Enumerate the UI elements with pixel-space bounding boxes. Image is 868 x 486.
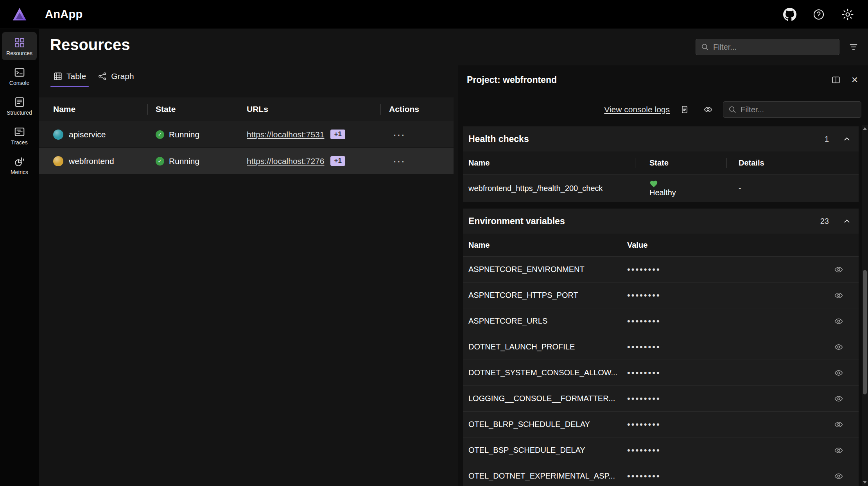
resources-filter-input[interactable] xyxy=(713,43,834,52)
filter-icon[interactable] xyxy=(845,38,863,56)
env-var-name: OTEL_DOTNET_EXPERIMENTAL_ASP... xyxy=(463,472,616,481)
reveal-value-eye-icon[interactable] xyxy=(831,314,846,328)
reveal-value-eye-icon[interactable] xyxy=(831,392,846,406)
settings-gear-icon[interactable] xyxy=(838,5,857,24)
health-checks-section-header: Health checks 1 xyxy=(463,126,859,151)
topbar-actions xyxy=(780,5,868,24)
search-icon xyxy=(728,105,737,114)
resource-state: Running xyxy=(169,130,199,139)
scroll-up-arrow-icon[interactable] xyxy=(863,127,867,130)
row-actions-button[interactable]: ··· xyxy=(389,156,409,167)
sidebar-item-structured[interactable]: Structured xyxy=(2,92,37,120)
section-title: Health checks xyxy=(468,134,529,144)
reveal-value-eye-icon[interactable] xyxy=(831,443,846,457)
column-header-details: Details xyxy=(727,151,859,174)
masked-value: •••••••• xyxy=(627,368,661,378)
console-icon xyxy=(14,66,25,79)
sidebar-item-console[interactable]: Console xyxy=(2,62,37,90)
env-var-row: ASPNETCORE_ENVIRONMENT•••••••• xyxy=(463,256,859,282)
column-header-value: Value xyxy=(616,234,859,256)
section-title: Environment variables xyxy=(468,216,565,227)
collapse-chevron-up-icon[interactable] xyxy=(839,132,855,146)
resource-row-apiservice[interactable]: apiservice✓Runninghttps://localhost:7531… xyxy=(39,121,454,148)
github-icon[interactable] xyxy=(780,5,799,24)
env-var-row: ASPNETCORE_HTTPS_PORT•••••••• xyxy=(463,282,859,308)
resources-table: NameStateURLsActions apiservice✓Runningh… xyxy=(39,97,454,174)
search-icon xyxy=(701,43,709,51)
view-console-logs-link[interactable]: View console logs xyxy=(604,105,670,114)
resource-row-webfrontend[interactable]: webfrontend✓Runninghttps://localhost:727… xyxy=(39,148,454,174)
env-var-row: DOTNET_LAUNCH_PROFILE•••••••• xyxy=(463,334,859,360)
split-panel-icon[interactable] xyxy=(827,72,845,88)
scroll-down-arrow-icon[interactable] xyxy=(863,481,867,484)
resource-name: webfrontend xyxy=(69,157,114,166)
details-panel-title: Project: webfrontend xyxy=(467,75,557,85)
column-header-name: Name xyxy=(463,151,635,174)
more-urls-badge[interactable]: +1 xyxy=(330,130,345,139)
env-var-name: OTEL_BLRP_SCHEDULE_DELAY xyxy=(463,420,616,429)
sidebar-item-resources[interactable]: Resources xyxy=(2,32,37,60)
masked-value: •••••••• xyxy=(627,445,661,455)
env-var-name: OTEL_BSP_SCHEDULE_DELAY xyxy=(463,446,616,455)
column-header-actions: Actions xyxy=(381,97,454,121)
running-check-icon: ✓ xyxy=(156,157,164,166)
env-var-name: ASPNETCORE_URLS xyxy=(463,317,616,326)
row-actions-button[interactable]: ··· xyxy=(389,129,409,140)
env-var-name: DOTNET_LAUNCH_PROFILE xyxy=(463,342,616,351)
tab-graph[interactable]: Graph xyxy=(92,65,140,87)
masked-value: •••••••• xyxy=(627,342,661,352)
details-filter-box[interactable] xyxy=(723,101,861,118)
app-title: AnApp xyxy=(45,8,83,21)
resource-url-link[interactable]: https://localhost:7531 xyxy=(247,130,324,139)
masked-value: •••••••• xyxy=(627,394,661,403)
env-var-name: ASPNETCORE_ENVIRONMENT xyxy=(463,265,616,274)
more-urls-badge[interactable]: +1 xyxy=(330,156,345,166)
sidebar-item-traces[interactable]: Traces xyxy=(2,121,37,149)
apiservice-resource-icon xyxy=(53,130,63,140)
health-checks-count: 1 xyxy=(825,135,829,144)
env-var-row: DOTNET_SYSTEM_CONSOLE_ALLOW...•••••••• xyxy=(463,360,859,385)
topbar: AnApp xyxy=(0,0,868,29)
column-header-name: Name xyxy=(39,97,148,121)
env-table-header: NameValue xyxy=(463,234,859,256)
health-table-header: NameStateDetails xyxy=(463,151,859,174)
env-var-name: LOGGING__CONSOLE__FORMATTER... xyxy=(463,394,616,403)
watch-logs-eye-icon[interactable] xyxy=(699,102,717,117)
resources-table-header: NameStateURLsActions xyxy=(39,97,454,121)
details-header-actions: × xyxy=(827,72,863,88)
view-tabs: TableGraph xyxy=(39,65,454,87)
scrollbar-thumb[interactable] xyxy=(863,270,867,394)
reveal-value-eye-icon[interactable] xyxy=(831,340,846,354)
metrics-icon xyxy=(14,155,25,168)
sidebar: ResourcesConsoleStructuredTracesMetrics xyxy=(0,29,39,486)
app-logo-icon[interactable] xyxy=(0,5,39,23)
reveal-value-eye-icon[interactable] xyxy=(831,418,846,432)
details-filter-input[interactable] xyxy=(741,105,856,114)
column-header-name: Name xyxy=(463,234,616,256)
console-logs-document-icon[interactable] xyxy=(676,102,693,117)
details-content: Health checks 1 NameStateDetails webfron… xyxy=(458,125,862,486)
resource-name: apiservice xyxy=(69,130,106,139)
graph-icon xyxy=(98,72,107,81)
reveal-value-eye-icon[interactable] xyxy=(831,366,846,380)
env-var-name: ASPNETCORE_HTTPS_PORT xyxy=(463,291,616,300)
column-header-urls: URLs xyxy=(239,97,381,121)
sidebar-item-metrics[interactable]: Metrics xyxy=(2,151,37,179)
collapse-chevron-up-icon[interactable] xyxy=(839,214,855,228)
close-icon[interactable]: × xyxy=(846,72,863,88)
reveal-value-eye-icon[interactable] xyxy=(831,288,846,302)
environment-variables-section-header: Environment variables 23 xyxy=(463,209,859,234)
details-scrollbar[interactable] xyxy=(862,125,868,486)
resources-filter-box[interactable] xyxy=(696,39,839,55)
reveal-value-eye-icon[interactable] xyxy=(831,469,846,483)
help-icon[interactable] xyxy=(809,5,828,24)
main-toolbar: Resources xyxy=(39,29,868,65)
details-panel: Project: webfrontend × View console logs… xyxy=(458,65,868,486)
health-check-state: Healthy xyxy=(649,188,676,197)
masked-value: •••••••• xyxy=(627,290,661,300)
running-check-icon: ✓ xyxy=(156,130,164,139)
tab-table[interactable]: Table xyxy=(47,65,92,87)
env-var-row: OTEL_BLRP_SCHEDULE_DELAY•••••••• xyxy=(463,411,859,437)
reveal-value-eye-icon[interactable] xyxy=(831,263,846,277)
resource-url-link[interactable]: https://localhost:7276 xyxy=(247,157,324,166)
